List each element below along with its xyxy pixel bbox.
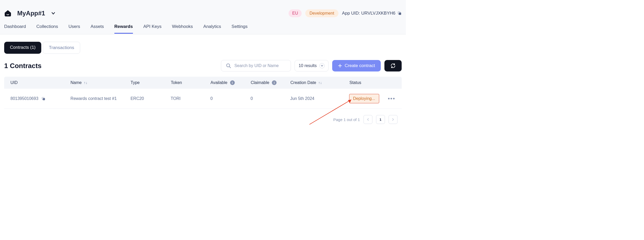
nav-webhooks[interactable]: Webhooks — [172, 24, 193, 34]
th-available-label: Available — [210, 80, 227, 85]
svg-rect-5 — [43, 98, 45, 100]
search-input[interactable] — [234, 63, 286, 68]
results-selector[interactable]: 10 results — [295, 60, 328, 71]
copy-icon[interactable] — [42, 97, 45, 101]
topbar: MyApp#1 EU Development App UID: URVLVJXK… — [0, 0, 406, 21]
app-uid[interactable]: App UID: URVLVJXKBYH6 — [342, 11, 402, 16]
th-date-label: Creation Date — [290, 80, 316, 85]
th-name-label: Name — [71, 80, 82, 85]
refresh-button[interactable] — [384, 60, 402, 71]
nav-analytics[interactable]: Analytics — [203, 24, 221, 34]
row-name: Rewards contract test #1 — [71, 96, 131, 101]
th-status: Status — [349, 80, 388, 85]
th-claimable: Claimable i — [251, 80, 290, 85]
nav-dashboard[interactable]: Dashboard — [4, 24, 26, 34]
th-available: Available i — [210, 80, 251, 85]
search-box[interactable] — [221, 60, 291, 71]
nav-collections[interactable]: Collections — [36, 24, 58, 34]
subtab-transactions[interactable]: Transactions — [43, 42, 80, 54]
table-header: UID Name ↑↓ Type Token Available i Claim… — [4, 77, 402, 89]
page-next-button[interactable] — [389, 115, 397, 124]
pagination-summary: Page 1 out of 1 — [333, 117, 360, 122]
th-creation-date[interactable]: Creation Date ↑↓ — [290, 80, 349, 85]
th-token: Token — [171, 80, 210, 85]
app-uid-label: App UID: URVLVJXKBYH6 — [342, 11, 395, 16]
row-claimable: 0 — [250, 96, 290, 101]
region-badge: EU — [289, 9, 302, 17]
row-uid: 801395010693 — [10, 96, 38, 101]
svg-line-3 — [229, 67, 231, 68]
nav-users[interactable]: Users — [68, 24, 80, 34]
subtab-contracts[interactable]: Contracts (1) — [4, 42, 41, 54]
row-type: ERC20 — [131, 96, 171, 101]
subtabs: Contracts (1) Transactions — [4, 42, 402, 54]
sort-icon: ↑↓ — [318, 81, 322, 85]
results-label: 10 results — [298, 63, 317, 68]
page-prev-button[interactable] — [364, 115, 372, 124]
app-logo-icon — [4, 10, 11, 17]
nav-tabs: Dashboard Collections Users Assets Rewar… — [0, 21, 406, 34]
info-icon[interactable]: i — [230, 80, 235, 85]
page-number-button[interactable]: 1 — [376, 115, 385, 124]
th-uid: UID — [10, 80, 71, 85]
nav-apikeys[interactable]: API Keys — [143, 24, 162, 34]
create-label: Create contract — [345, 63, 375, 68]
app-name: MyApp#1 — [17, 10, 45, 17]
nav-assets[interactable]: Assets — [91, 24, 104, 34]
row-actions-menu[interactable]: ••• — [388, 95, 395, 102]
page-title: 1 Contracts — [4, 62, 42, 70]
content: Contracts (1) Transactions 1 Contracts 1… — [0, 34, 406, 130]
environment-badge: Development — [305, 9, 338, 17]
status-badge: Deploying... — [349, 94, 379, 103]
row-date: Jun 5th 2024 — [290, 96, 349, 101]
topbar-left: MyApp#1 — [4, 10, 56, 17]
topbar-right: EU Development App UID: URVLVJXKBYH6 — [289, 9, 402, 17]
th-type: Type — [131, 80, 171, 85]
controls: 10 results Create contract — [221, 60, 402, 71]
contracts-table: UID Name ↑↓ Type Token Available i Claim… — [4, 77, 402, 109]
app-switcher-chevron-icon[interactable] — [51, 11, 56, 16]
header-row: 1 Contracts 10 results Create contract — [4, 60, 402, 71]
search-icon — [226, 63, 231, 68]
sort-icon: ↑↓ — [84, 81, 87, 85]
nav-rewards[interactable]: Rewards — [114, 24, 133, 34]
chevron-down-icon — [319, 63, 325, 68]
info-icon[interactable]: i — [272, 80, 277, 85]
nav-settings[interactable]: Settings — [232, 24, 248, 34]
th-claimable-label: Claimable — [251, 80, 269, 85]
refresh-icon — [390, 63, 396, 69]
plus-icon — [338, 64, 342, 68]
row-available: 0 — [210, 96, 250, 101]
row-token: TORI — [171, 96, 210, 101]
create-contract-button[interactable]: Create contract — [332, 60, 381, 71]
svg-rect-1 — [399, 13, 401, 15]
pagination: Page 1 out of 1 1 — [4, 109, 402, 130]
th-name[interactable]: Name ↑↓ — [71, 80, 131, 85]
table-row[interactable]: 801395010693 Rewards contract test #1 ER… — [4, 89, 402, 109]
copy-icon[interactable] — [397, 11, 402, 15]
